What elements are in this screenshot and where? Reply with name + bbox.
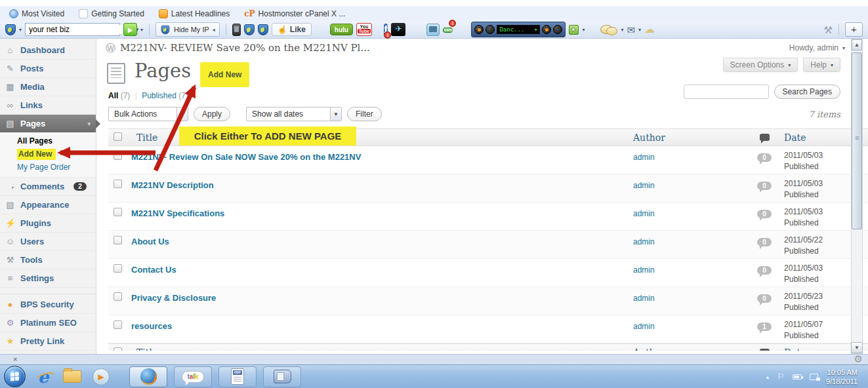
sidebar-item-add-new[interactable]: Add New bbox=[0, 147, 96, 161]
tag-icon[interactable] bbox=[569, 25, 579, 35]
media-player-widget[interactable]: Danc... ▾ bbox=[471, 22, 566, 37]
twitter-icon[interactable]: ✈ bbox=[391, 23, 405, 36]
view-published-link[interactable]: Published bbox=[142, 91, 176, 100]
chevron-left-icon[interactable]: ◂ bbox=[213, 27, 215, 33]
select-all-checkbox[interactable] bbox=[114, 347, 122, 351]
page-link[interactable]: M221NV Specifications bbox=[131, 208, 224, 218]
sidebar-item-my-page-order[interactable]: My Page Order bbox=[0, 161, 96, 174]
player-knob-icon[interactable] bbox=[553, 25, 562, 34]
author-link[interactable]: admin bbox=[633, 181, 655, 190]
column-author[interactable]: Author bbox=[633, 132, 745, 143]
hide-my-ip-shield-icon[interactable] bbox=[5, 24, 16, 35]
row-checkbox[interactable] bbox=[114, 320, 122, 329]
player-knob-icon[interactable] bbox=[486, 25, 495, 34]
vertical-scrollbar[interactable]: ▲ ▼ bbox=[851, 39, 863, 354]
wrench-icon[interactable]: ⚒ bbox=[824, 25, 833, 35]
tv-chat-icon[interactable] bbox=[426, 24, 440, 36]
new-tab-button[interactable]: + bbox=[845, 22, 863, 37]
author-link[interactable]: admin bbox=[633, 265, 655, 275]
row-checkbox[interactable] bbox=[114, 151, 122, 160]
row-checkbox[interactable] bbox=[114, 236, 122, 244]
page-link[interactable]: resources bbox=[131, 321, 172, 331]
toolbar-search-input[interactable] bbox=[26, 25, 134, 34]
sidebar-item-all-pages[interactable]: All Pages bbox=[0, 134, 96, 147]
comment-count-bubble[interactable]: 0 bbox=[757, 266, 772, 275]
comment-count-bubble[interactable]: 0 bbox=[757, 182, 772, 190]
facebook-like-button[interactable]: ☝ Like bbox=[272, 23, 312, 36]
bookmark-most-visited[interactable]: Most Visited bbox=[9, 9, 64, 18]
select-all-checkbox[interactable] bbox=[114, 132, 122, 141]
sidebar-item-posts[interactable]: ✎ Posts bbox=[0, 60, 96, 78]
chevron-down-icon[interactable]: ▾ bbox=[582, 27, 585, 33]
scroll-down-button[interactable]: ▼ bbox=[851, 342, 863, 353]
taskbar-talk-button[interactable]: talk bbox=[174, 366, 212, 387]
file-explorer-button[interactable] bbox=[61, 367, 83, 387]
close-icon[interactable]: × bbox=[13, 355, 17, 363]
sidebar-item-links[interactable]: ∞ Links bbox=[0, 96, 96, 115]
search-pages-button[interactable]: Search Pages bbox=[774, 85, 840, 99]
bulk-actions-select[interactable]: Bulk Actions ▼ bbox=[108, 107, 188, 121]
sidebar-item-bps-security[interactable]: ● BPS Security bbox=[0, 296, 96, 314]
author-link[interactable]: admin bbox=[633, 237, 655, 246]
comment-count-bubble[interactable]: 0 bbox=[757, 153, 772, 162]
sidebar-item-dashboard[interactable]: ⌂ Dashboard bbox=[0, 41, 96, 60]
apply-button[interactable]: Apply bbox=[194, 107, 230, 121]
sidebar-item-tools[interactable]: ⚒ Tools bbox=[0, 251, 96, 269]
screen-options-tab[interactable]: Screen Options ▾ bbox=[723, 58, 798, 72]
media-player-button[interactable]: ▶ bbox=[90, 367, 112, 387]
action-center-flag-icon[interactable]: ⚐ bbox=[777, 372, 785, 381]
search-go-button[interactable]: ▶ bbox=[123, 23, 137, 36]
toolbar-search-combo[interactable]: ▼ bbox=[25, 23, 120, 36]
taskbar-document-button[interactable]: ODF bbox=[218, 366, 257, 387]
author-link[interactable]: admin bbox=[633, 153, 655, 162]
sidebar-item-users[interactable]: ☺ Users bbox=[0, 233, 96, 251]
player-knob-icon[interactable] bbox=[542, 25, 551, 34]
column-author[interactable]: Author bbox=[633, 347, 745, 351]
row-checkbox[interactable] bbox=[114, 180, 122, 188]
help-tab[interactable]: Help ▾ bbox=[803, 58, 840, 72]
hide-my-ip-panel[interactable]: Hide My IP ◂ bbox=[155, 22, 220, 37]
taskbar-firefox-button[interactable] bbox=[129, 366, 167, 387]
battery-icon[interactable] bbox=[793, 374, 802, 379]
search-pages-input[interactable] bbox=[684, 85, 769, 99]
page-link[interactable]: M221NV- Review On Sale NOW Save 20% on t… bbox=[131, 152, 361, 162]
weather-cloud-icon[interactable]: ☁ bbox=[644, 24, 655, 35]
comments-column-icon[interactable] bbox=[760, 134, 770, 141]
page-link[interactable]: Contact Us bbox=[131, 265, 176, 275]
sidebar-item-platinum-seo[interactable]: ⚙ Platinum SEO bbox=[0, 314, 96, 332]
comment-count-bubble[interactable]: 0 bbox=[757, 238, 772, 246]
howdy-admin-menu[interactable]: Howdy, admin ▾ bbox=[789, 43, 845, 52]
chevron-down-icon[interactable]: ▾ bbox=[19, 27, 22, 33]
wordpress-logo-icon[interactable]: Ⓦ bbox=[106, 42, 115, 54]
column-title[interactable]: Title bbox=[131, 347, 633, 351]
chevron-down-icon[interactable]: ▾ bbox=[140, 27, 143, 33]
sidebar-item-media[interactable]: ▦ Media bbox=[0, 78, 96, 96]
phone-icon[interactable] bbox=[232, 24, 241, 36]
bookmark-cpanel[interactable]: cP Hostmonster cPanel X ... bbox=[244, 9, 345, 18]
internet-explorer-button[interactable]: e bbox=[32, 367, 54, 387]
row-checkbox[interactable] bbox=[114, 292, 122, 301]
sidebar-item-plugins[interactable]: ⚡ Plugins bbox=[0, 214, 96, 233]
gear-icon[interactable]: ⚙ bbox=[854, 353, 863, 365]
scrollbar-thumb[interactable] bbox=[852, 52, 862, 229]
site-title[interactable]: M221NV- REVIEW Save 20% on the M221NV Pl… bbox=[120, 42, 370, 54]
sidebar-item-pages[interactable]: ▤ Pages ▾ bbox=[0, 115, 96, 132]
youtube-icon[interactable]: You Tube bbox=[356, 23, 372, 36]
tray-expand-icon[interactable]: ▴ bbox=[766, 374, 770, 380]
add-new-button[interactable]: Add New bbox=[200, 62, 249, 87]
network-icon[interactable] bbox=[810, 374, 818, 380]
sidebar-item-comments[interactable]: Comments 2 bbox=[0, 178, 96, 196]
player-dropdown-icon[interactable]: ▾ bbox=[534, 26, 537, 33]
comment-count-bubble[interactable]: 0 bbox=[757, 294, 772, 303]
mail-icon[interactable]: ✉ bbox=[627, 25, 635, 35]
bookmark-getting-started[interactable]: Getting Started bbox=[79, 9, 144, 18]
page-link[interactable]: About Us bbox=[131, 237, 169, 246]
filter-button[interactable]: Filter bbox=[347, 107, 382, 121]
comment-count-bubble[interactable]: 0 bbox=[757, 210, 772, 218]
shield-icon[interactable] bbox=[258, 24, 268, 35]
page-link[interactable]: M221NV Description bbox=[131, 180, 214, 190]
dates-filter-select[interactable]: Show all dates ▼ bbox=[246, 107, 342, 121]
row-checkbox[interactable] bbox=[114, 264, 122, 273]
comments-column-icon[interactable] bbox=[760, 349, 770, 351]
shield-icon[interactable] bbox=[244, 24, 255, 35]
